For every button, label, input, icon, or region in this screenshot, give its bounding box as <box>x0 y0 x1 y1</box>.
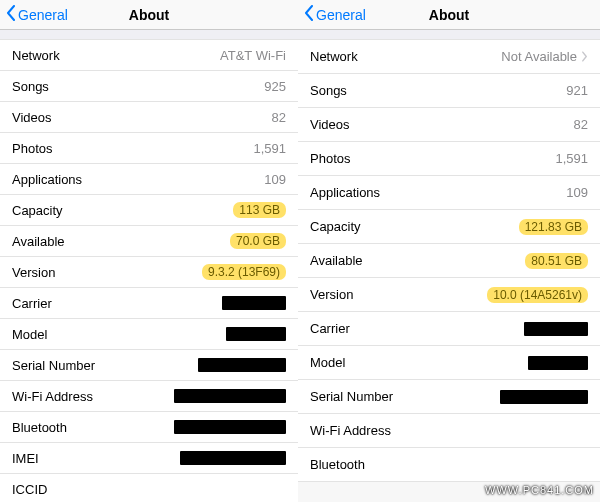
highlight-badge: 9.3.2 (13F69) <box>202 264 286 280</box>
row-carrier[interactable]: Carrier <box>298 312 600 346</box>
redacted-value <box>180 451 286 465</box>
chevron-left-icon <box>6 5 16 24</box>
row-applications[interactable]: Applications 109 <box>298 176 600 210</box>
row-imei[interactable]: IMEI <box>0 443 298 474</box>
row-iccid[interactable]: ICCID <box>0 474 298 502</box>
back-button[interactable]: General <box>6 5 68 24</box>
row-value: 82 <box>272 110 286 125</box>
redacted-value <box>528 356 588 370</box>
row-wifi[interactable]: Wi-Fi Address <box>0 381 298 412</box>
row-version[interactable]: Version 10.0 (14A5261v) <box>298 278 600 312</box>
redacted-value <box>500 390 588 404</box>
row-label: Bluetooth <box>12 420 67 435</box>
navbar: General About <box>298 0 600 30</box>
about-list: Network Not Available Songs 921 Videos 8… <box>298 40 600 482</box>
redacted-value <box>174 389 286 403</box>
row-bluetooth[interactable]: Bluetooth <box>0 412 298 443</box>
row-label: Available <box>12 234 65 249</box>
row-carrier[interactable]: Carrier <box>0 288 298 319</box>
row-label: Wi-Fi Address <box>12 389 93 404</box>
back-label: General <box>316 7 366 23</box>
row-value: 1,591 <box>555 151 588 166</box>
row-label: Songs <box>12 79 49 94</box>
row-label: IMEI <box>12 451 39 466</box>
row-value: 70.0 GB <box>230 233 286 249</box>
row-photos[interactable]: Photos 1,591 <box>298 142 600 176</box>
back-button[interactable]: General <box>304 5 366 24</box>
row-value <box>222 296 286 310</box>
row-value: AT&T Wi-Fi <box>220 48 286 63</box>
row-model[interactable]: Model <box>298 346 600 380</box>
redacted-value <box>174 420 286 434</box>
row-label: Wi-Fi Address <box>310 423 391 438</box>
row-available[interactable]: Available 80.51 GB <box>298 244 600 278</box>
chevron-left-icon <box>304 5 314 24</box>
row-value <box>524 322 588 336</box>
row-value <box>174 420 286 434</box>
highlight-badge: 80.51 GB <box>525 253 588 269</box>
row-capacity[interactable]: Capacity 121.83 GB <box>298 210 600 244</box>
row-songs[interactable]: Songs 925 <box>0 71 298 102</box>
row-value: 80.51 GB <box>525 253 588 269</box>
about-screen-right: General About Network Not Available Song… <box>298 0 600 502</box>
row-label: Network <box>310 49 358 64</box>
row-network[interactable]: Network Not Available <box>298 40 600 74</box>
row-value: 113 GB <box>233 202 286 218</box>
redacted-value <box>226 327 286 341</box>
row-label: Version <box>310 287 353 302</box>
watermark: WWW.PC841.COM <box>485 484 594 496</box>
row-videos[interactable]: Videos 82 <box>0 102 298 133</box>
row-serial[interactable]: Serial Number <box>0 350 298 381</box>
row-value: 9.3.2 (13F69) <box>202 264 286 280</box>
row-bluetooth[interactable]: Bluetooth <box>298 448 600 482</box>
row-version[interactable]: Version 9.3.2 (13F69) <box>0 257 298 288</box>
row-network[interactable]: Network AT&T Wi-Fi <box>0 40 298 71</box>
row-value: 1,591 <box>253 141 286 156</box>
row-value <box>500 390 588 404</box>
row-value <box>198 358 286 372</box>
row-songs[interactable]: Songs 921 <box>298 74 600 108</box>
row-label: Model <box>12 327 47 342</box>
highlight-badge: 113 GB <box>233 202 286 218</box>
row-value <box>226 327 286 341</box>
row-model[interactable]: Model <box>0 319 298 350</box>
row-value <box>180 451 286 465</box>
highlight-badge: 121.83 GB <box>519 219 588 235</box>
row-videos[interactable]: Videos 82 <box>298 108 600 142</box>
row-applications[interactable]: Applications 109 <box>0 164 298 195</box>
redacted-value <box>222 296 286 310</box>
row-value: 925 <box>264 79 286 94</box>
row-label: Network <box>12 48 60 63</box>
about-list: Network AT&T Wi-Fi Songs 925 Videos 82 P… <box>0 40 298 502</box>
row-label: Photos <box>12 141 52 156</box>
chevron-right-icon <box>581 51 588 62</box>
row-label: Model <box>310 355 345 370</box>
row-value: 109 <box>566 185 588 200</box>
row-label: Serial Number <box>310 389 393 404</box>
row-photos[interactable]: Photos 1,591 <box>0 133 298 164</box>
row-label: Capacity <box>12 203 63 218</box>
row-label: Videos <box>310 117 350 132</box>
row-value: 921 <box>566 83 588 98</box>
row-label: Version <box>12 265 55 280</box>
highlight-badge: 10.0 (14A5261v) <box>487 287 588 303</box>
row-label: Serial Number <box>12 358 95 373</box>
row-value: 10.0 (14A5261v) <box>487 287 588 303</box>
row-capacity[interactable]: Capacity 113 GB <box>0 195 298 226</box>
row-label: Songs <box>310 83 347 98</box>
row-value: Not Available <box>501 49 588 64</box>
row-label: Videos <box>12 110 52 125</box>
row-wifi[interactable]: Wi-Fi Address <box>298 414 600 448</box>
section-spacer <box>0 30 298 40</box>
row-label: Photos <box>310 151 350 166</box>
about-screen-left: General About Network AT&T Wi-Fi Songs 9… <box>0 0 298 502</box>
row-serial[interactable]: Serial Number <box>298 380 600 414</box>
redacted-value <box>524 322 588 336</box>
row-value-text: Not Available <box>501 49 577 64</box>
redacted-value <box>198 358 286 372</box>
row-available[interactable]: Available 70.0 GB <box>0 226 298 257</box>
highlight-badge: 70.0 GB <box>230 233 286 249</box>
row-label: Applications <box>12 172 82 187</box>
row-value <box>528 356 588 370</box>
navbar: General About <box>0 0 298 30</box>
